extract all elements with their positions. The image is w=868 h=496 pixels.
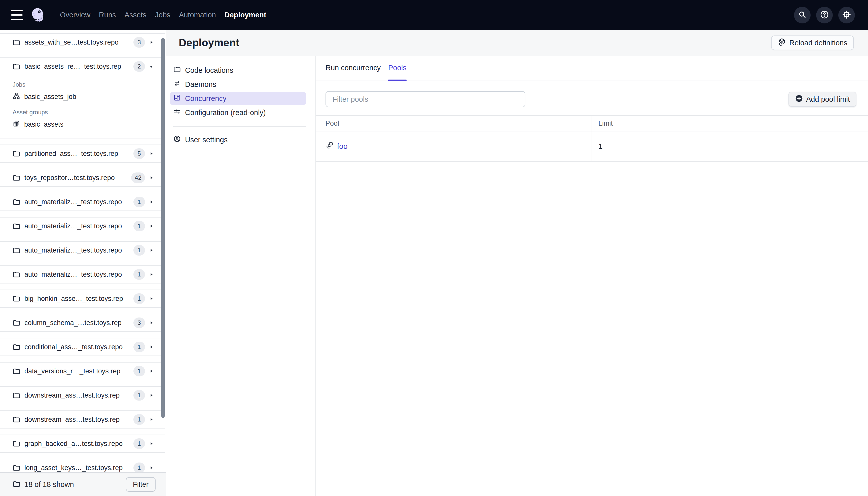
page-header: Deployment Reload definitions — [166, 30, 868, 56]
code-location-name: partitioned_ass…_test.toys.rep — [25, 150, 118, 158]
hamburger-menu-icon[interactable] — [11, 10, 23, 20]
dagster-logo[interactable] — [30, 7, 47, 24]
code-location-row[interactable]: conditional_ass…_test.toys.repo 1 — [0, 338, 165, 356]
code-location-row[interactable]: auto_materializ…_test.toys.repo 1 — [0, 193, 165, 211]
chevron-right-icon[interactable] — [148, 248, 154, 253]
nav-assets[interactable]: Assets — [125, 11, 146, 19]
code-location-card: big_honkin_asse…_test.toys.rep 1 — [0, 290, 165, 308]
code-location-row[interactable]: downstream_ass…test.toys.rep 1 — [0, 387, 165, 404]
code-location-list: assets_with_se…test.toys.repo 3 basic_as… — [0, 30, 165, 472]
reload-definitions-label: Reload definitions — [789, 39, 847, 47]
nav-deployment[interactable]: Deployment — [224, 11, 266, 19]
code-location-row[interactable]: assets_with_se…test.toys.repo 3 — [0, 34, 165, 51]
chevron-right-icon[interactable] — [148, 272, 154, 277]
pool-column-header: Pool — [316, 116, 591, 131]
subnav-daemons[interactable]: Daemons — [166, 77, 315, 91]
code-location-row[interactable]: long_asset_keys…_test.toys.rep 1 — [0, 459, 165, 472]
subnav-code-locations[interactable]: Code locations — [166, 63, 315, 77]
code-location-contents: Jobs basic_assets_job Asset groups basic… — [0, 75, 165, 138]
sidebar-scrollbar[interactable] — [161, 38, 164, 418]
chevron-right-icon[interactable] — [148, 368, 154, 374]
asset-count-badge: 1 — [133, 293, 145, 304]
code-location-row[interactable]: auto_materializ…_test.toys.repo 1 — [0, 218, 165, 235]
code-location-row[interactable]: auto_materializ…_test.toys.repo 1 — [0, 242, 165, 259]
code-location-name: downstream_ass…test.toys.rep — [25, 391, 120, 399]
pool-name-link[interactable]: foo — [337, 142, 348, 151]
nav-jobs[interactable]: Jobs — [155, 11, 170, 19]
chevron-down-icon[interactable] — [148, 64, 154, 69]
asset-count-badge: 1 — [133, 463, 145, 472]
code-location-row[interactable]: basic_assets_re…_test.toys.rep 2 — [0, 58, 165, 75]
chevron-right-icon[interactable] — [148, 175, 154, 181]
add-pool-limit-button[interactable]: Add pool limit — [788, 92, 856, 107]
asset-count-badge: 1 — [133, 390, 145, 401]
code-location-name: basic_assets_re…_test.toys.rep — [25, 63, 121, 71]
nav-automation[interactable]: Automation — [179, 11, 216, 19]
asset-count-badge: 1 — [133, 366, 145, 376]
subnav-user-settings[interactable]: User settings — [166, 133, 315, 147]
subnav-divider — [173, 126, 306, 127]
chevron-right-icon[interactable] — [148, 151, 154, 156]
code-location-name: long_asset_keys…_test.toys.rep — [25, 464, 123, 472]
sidebar-footer: 18 of 18 shown Filter — [0, 472, 165, 496]
code-location-row[interactable]: graph_backed_a…test.toys.repo 1 — [0, 435, 165, 452]
code-location-row[interactable]: downstream_ass…test.toys.rep 1 — [0, 411, 165, 428]
chevron-right-icon[interactable] — [148, 417, 154, 422]
sliders-icon — [173, 108, 181, 117]
main-panel: Deployment Reload definitions Code locat… — [166, 30, 868, 496]
code-location-card: long_asset_keys…_test.toys.rep 1 — [0, 459, 165, 472]
nav-overview[interactable]: Overview — [60, 11, 90, 19]
folder-icon — [13, 38, 20, 46]
code-location-row[interactable]: data_versions_r…_test.toys.rep 1 — [0, 362, 165, 380]
asset-group-item[interactable]: basic_assets — [13, 117, 165, 131]
subnav-configuration[interactable]: Configuration (read-only) — [166, 106, 315, 120]
nav-runs[interactable]: Runs — [99, 11, 116, 19]
asset-group-icon — [13, 120, 20, 129]
code-location-name: column_schema_…test.toys.rep — [25, 319, 122, 327]
chevron-right-icon[interactable] — [148, 392, 154, 398]
search-button[interactable] — [794, 7, 810, 24]
asset-count-badge: 1 — [133, 245, 145, 255]
help-button[interactable] — [816, 7, 833, 24]
chevron-right-icon[interactable] — [148, 40, 154, 45]
asset-count-badge: 1 — [133, 438, 145, 449]
chevron-right-icon[interactable] — [148, 344, 154, 350]
code-location-row[interactable]: big_honkin_asse…_test.toys.rep 1 — [0, 290, 165, 307]
subnav-concurrency[interactable]: Concurrency — [170, 92, 306, 105]
settings-button[interactable] — [838, 7, 855, 24]
filter-pools-input[interactable] — [326, 91, 525, 107]
user-icon — [173, 135, 181, 144]
pools-table-header: Pool Limit — [316, 116, 868, 131]
code-location-card: conditional_ass…_test.toys.repo 1 — [0, 338, 165, 356]
plus-circle-icon — [795, 94, 803, 104]
primary-nav: Overview Runs Assets Jobs Automation Dep… — [60, 11, 266, 19]
chevron-right-icon[interactable] — [148, 199, 154, 205]
chevron-right-icon[interactable] — [148, 320, 154, 326]
folder-icon — [13, 271, 20, 278]
chevron-right-icon[interactable] — [148, 465, 154, 470]
code-location-name: auto_materializ…_test.toys.repo — [25, 198, 122, 206]
asset-count-badge: 3 — [133, 37, 145, 48]
code-location-name: conditional_ass…_test.toys.repo — [25, 343, 123, 351]
chevron-right-icon[interactable] — [148, 296, 154, 301]
code-location-card: auto_materializ…_test.toys.repo 1 — [0, 217, 165, 235]
sidebar-filter-button[interactable]: Filter — [126, 477, 156, 492]
navbar-actions — [794, 7, 855, 24]
code-location-row[interactable]: partitioned_ass…_test.toys.rep 5 — [0, 145, 165, 162]
code-location-name: graph_backed_a…test.toys.repo — [25, 440, 123, 448]
code-location-row[interactable]: column_schema_…test.toys.rep 3 — [0, 314, 165, 331]
tab-pools[interactable]: Pools — [388, 64, 407, 81]
folder-icon — [13, 247, 20, 254]
tab-run-concurrency[interactable]: Run concurrency — [326, 64, 381, 81]
code-location-row[interactable]: auto_materializ…_test.toys.repo 1 — [0, 266, 165, 283]
subnav-label: Configuration (read-only) — [185, 109, 266, 117]
pool-limit-value: 1 — [591, 131, 868, 161]
chevron-right-icon[interactable] — [148, 441, 154, 446]
chevron-right-icon[interactable] — [148, 223, 154, 229]
asset-count-badge: 1 — [133, 414, 145, 425]
folder-icon — [13, 343, 20, 351]
folder-icon — [13, 222, 20, 230]
reload-definitions-button[interactable]: Reload definitions — [771, 35, 854, 50]
job-item[interactable]: basic_assets_job — [13, 90, 165, 104]
code-location-row[interactable]: toys_repositor…test.toys.repo 42 — [0, 169, 165, 186]
